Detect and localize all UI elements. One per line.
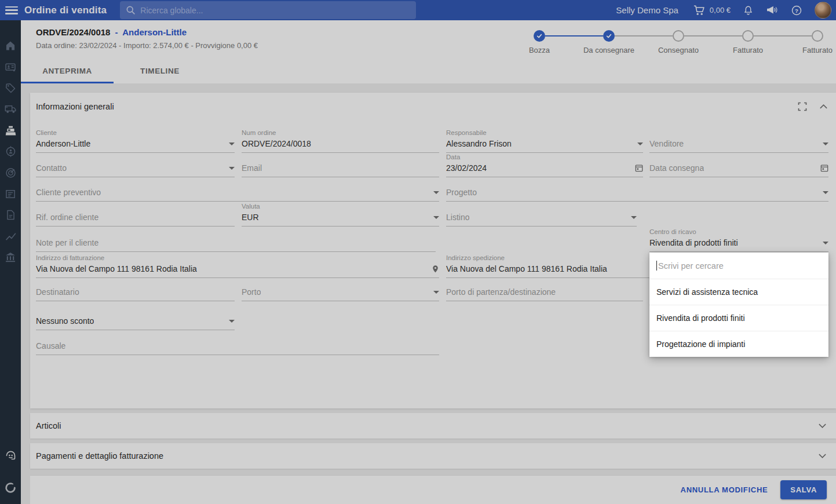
text-caret (656, 261, 657, 271)
dropdown-option-servizi[interactable]: Servizi di assistenza tecnica (649, 279, 828, 305)
modal-backdrop[interactable] (0, 0, 836, 504)
dropdown-option-progettazione[interactable]: Progettazione di impianti (649, 331, 828, 357)
centro-ricavo-dropdown: Scrivi per cercare Servizi di assistenza… (649, 253, 828, 357)
dropdown-option-rivendita[interactable]: Rivendita di prodotti finiti (649, 305, 828, 331)
dropdown-search-input[interactable]: Scrivi per cercare (649, 253, 828, 279)
